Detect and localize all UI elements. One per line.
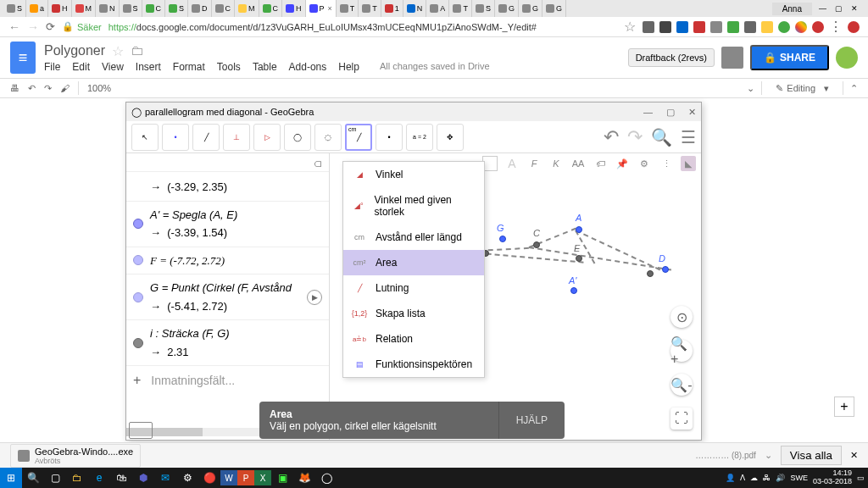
redo-icon[interactable]: ↷ [44, 83, 52, 94]
extension-icon[interactable] [643, 21, 654, 33]
algebra-row[interactable]: G = Punkt (Cirkel (F, Avstånd→ (-5.41, 2… [126, 274, 329, 320]
reload-icon[interactable]: ⟳ [46, 20, 55, 33]
pointer-tool[interactable]: ↖ [131, 124, 159, 151]
menu-addons[interactable]: Add-ons [289, 61, 327, 73]
extension-icon[interactable] [848, 21, 860, 33]
paint-icon[interactable]: 🖌 [60, 83, 70, 93]
people-icon[interactable]: 👤 [726, 474, 735, 482]
minimize-icon[interactable]: — [819, 4, 826, 13]
doc-title[interactable]: Polygoner [44, 43, 105, 58]
browser-tab[interactable]: D [188, 0, 212, 17]
bold-icon[interactable]: F [526, 156, 542, 171]
search-icon[interactable]: 🔍 [651, 127, 672, 147]
browser-tab-active[interactable]: P× [306, 0, 337, 17]
download-item[interactable]: GeoGebra-Windo....exe Avbröts [10, 444, 141, 468]
browser-tab[interactable]: H [282, 0, 306, 17]
browser-tab[interactable]: N [96, 0, 120, 17]
browser-tab[interactable]: G [519, 0, 542, 17]
dropdown-item-avstand[interactable]: cm Avstånd eller längd [343, 225, 484, 250]
fullscreen-icon[interactable]: ⛶ [670, 408, 693, 430]
folder-icon[interactable]: 🗀 [131, 43, 144, 58]
plus-icon[interactable]: + [133, 373, 141, 388]
comments-icon[interactable] [721, 47, 743, 69]
algebra-row[interactable]: i : Sträcka (F, G)→ 2.31 [126, 320, 329, 366]
pin-icon[interactable]: 📌 [615, 156, 630, 171]
geogebra-taskbar-icon[interactable]: ◯ [315, 468, 337, 488]
gdocs-logo-icon[interactable]: ≡ [10, 42, 36, 74]
draftback-button[interactable]: Draftback (2revs) [628, 48, 715, 67]
star-icon[interactable]: ☆ [112, 43, 124, 59]
gear-icon[interactable]: ⚙ [637, 156, 652, 171]
geogebra-titlebar[interactable]: ◯ parallellogram med diagonal - GeoGebra… [126, 103, 701, 121]
browser-tab[interactable]: C [142, 0, 166, 17]
redo-icon[interactable]: ↷ [627, 126, 643, 148]
extension-icon[interactable] [676, 21, 688, 33]
browser-tab[interactable]: H [48, 0, 72, 17]
browser-tab[interactable]: T [359, 0, 381, 17]
dropdown-item-relation[interactable]: a≟b Relation [343, 326, 484, 352]
share-button[interactable]: 🔒 SHARE [750, 45, 829, 70]
locate-icon[interactable]: ⊙ [670, 306, 693, 328]
dropdown-item-vinkel-given[interactable]: ◢° Vinkel med given storlek [343, 187, 484, 225]
algebra-row[interactable]: F = (-7.72, 2.72) [126, 247, 329, 275]
extension-icon[interactable] [693, 21, 705, 33]
undo-icon[interactable]: ↶ [28, 83, 36, 94]
slider-tool[interactable]: a = 2 [406, 124, 433, 151]
visibility-toggle[interactable] [133, 292, 143, 302]
onedrive-icon[interactable]: ☁ [750, 474, 758, 482]
browser-tab[interactable]: C [259, 0, 283, 17]
menu-view[interactable]: View [102, 61, 124, 73]
browser-tab[interactable]: S [120, 0, 142, 17]
undo-icon[interactable]: ↶ [604, 126, 619, 148]
menu-icon[interactable]: ⋮ [829, 19, 843, 35]
task-view-icon[interactable]: ▢ [44, 468, 66, 488]
network-icon[interactable]: 🖧 [763, 474, 771, 482]
more-icon[interactable]: ⋮ [659, 156, 674, 171]
explorer-icon[interactable]: 🗀 [66, 468, 88, 488]
perpendicular-tool[interactable]: ⊥ [223, 124, 250, 151]
editing-mode-button[interactable]: ✎ Editing ▾ [769, 81, 836, 96]
circle-tool[interactable]: ◯ [284, 124, 311, 151]
back-icon[interactable]: ← [8, 20, 20, 34]
volume-icon[interactable]: 🔊 [776, 474, 785, 482]
point-tool[interactable]: • [162, 124, 189, 151]
mail-icon[interactable]: ✉ [154, 468, 176, 488]
menu-table[interactable]: Table [253, 61, 277, 73]
extension-icon[interactable] [761, 21, 773, 33]
label-icon[interactable]: 🏷 [593, 156, 608, 171]
keyboard-icon[interactable] [129, 422, 153, 439]
dropdown-item-vinkel[interactable]: ◢ Vinkel [343, 162, 484, 187]
menu-help[interactable]: Help [338, 61, 359, 73]
input-row[interactable]: + Inmatningsfält... [126, 366, 329, 395]
extension-icon[interactable] [778, 21, 790, 33]
extension-icon[interactable] [710, 21, 722, 33]
maximize-icon[interactable]: ▢ [835, 4, 843, 13]
browser-tab[interactable]: T [449, 0, 472, 17]
zoom-out-icon[interactable]: 🔍- [670, 374, 693, 396]
style-bar-icon[interactable]: ◣ [681, 156, 696, 171]
settings-icon[interactable]: ⚙ [176, 468, 198, 488]
powerpoint-icon[interactable]: P [237, 470, 254, 485]
dropdown-item-area[interactable]: cm² Area [343, 250, 484, 275]
menu-insert[interactable]: Insert [136, 61, 161, 73]
menu-file[interactable]: File [44, 61, 60, 73]
algebra-row[interactable]: → (-3.29, 2.35) [126, 172, 329, 202]
edge-icon[interactable]: e [88, 468, 110, 488]
visibility-toggle[interactable] [133, 338, 143, 348]
algebra-view-icon[interactable]: ⫏ [312, 156, 324, 169]
download-item[interactable]: ………… (8).pdf [695, 451, 756, 460]
input-placeholder[interactable]: Inmatningsfält... [151, 374, 235, 387]
excel-icon[interactable]: X [254, 470, 271, 485]
start-button[interactable]: ⊞ [0, 468, 22, 488]
store-icon[interactable]: 🛍 [110, 468, 132, 488]
browser-tab[interactable]: S [165, 0, 188, 17]
close-icon[interactable]: × [328, 4, 332, 13]
text-color-icon[interactable]: A [504, 156, 520, 171]
measure-tool[interactable]: cm╱ [345, 124, 372, 151]
visibility-toggle[interactable] [133, 255, 143, 265]
browser-tab[interactable]: A [426, 0, 449, 17]
browser-tab[interactable]: S [472, 0, 495, 17]
chrome-icon[interactable]: 🔴 [198, 468, 220, 488]
close-icon[interactable]: ✕ [688, 107, 696, 118]
browser-tab[interactable]: M [72, 0, 97, 17]
